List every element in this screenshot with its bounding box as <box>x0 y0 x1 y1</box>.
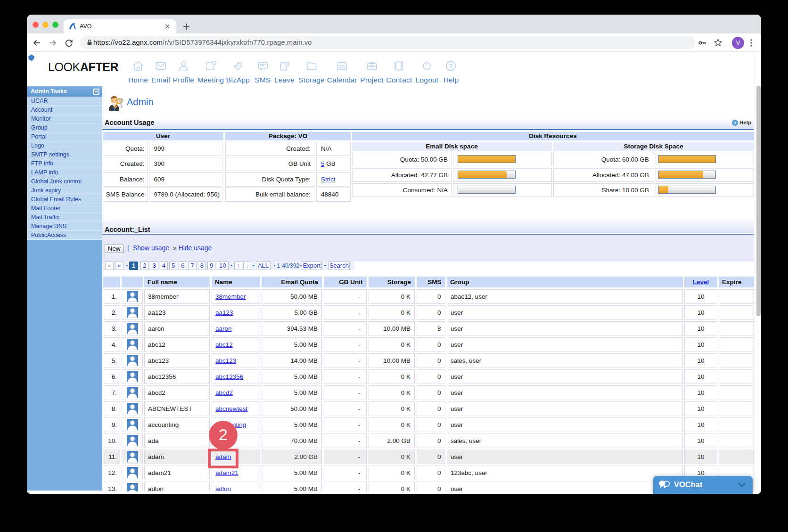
svg-text:?: ? <box>449 63 453 70</box>
svg-text:?: ? <box>734 121 737 125</box>
